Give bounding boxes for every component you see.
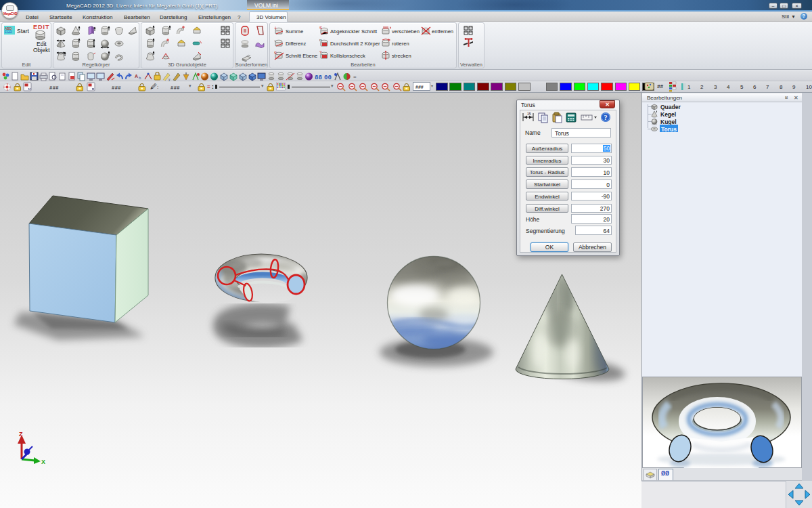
svg-text:00: 00 [324,75,332,81]
svg-text:15: 15 [527,112,531,116]
svg-text:b: b [139,76,141,80]
svg-text:Z: Z [19,431,23,438]
svg-text:X: X [41,459,45,465]
svg-text:?: ? [604,114,608,121]
svg-text:y: y [168,77,171,81]
svg-text:88: 88 [315,75,322,81]
svg-text:A: A [135,74,138,79]
svg-text:=: = [353,74,357,80]
